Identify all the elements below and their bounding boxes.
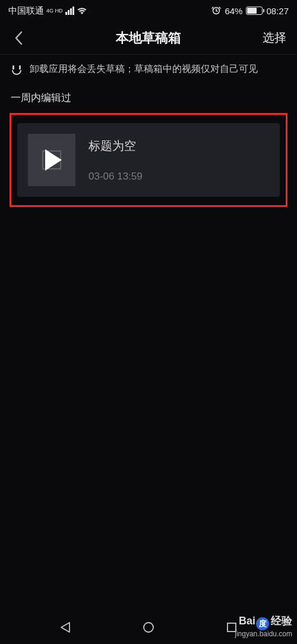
highlight-annotation: 标题为空 03-06 13:59 (10, 113, 287, 207)
play-icon (45, 149, 62, 171)
clock-time: 08:27 (266, 6, 289, 16)
draft-item[interactable]: 标题为空 03-06 13:59 (17, 123, 280, 197)
draft-thumbnail (28, 134, 75, 186)
signal-icon (65, 7, 74, 15)
page-title: 本地草稿箱 (116, 29, 181, 47)
network-badge: 4G HD (46, 8, 63, 14)
nav-home-button[interactable] (125, 621, 172, 634)
nav-back-button[interactable] (42, 621, 89, 634)
wifi-icon (77, 7, 87, 15)
status-bar: 中国联通 4G HD 64% 08:27 (0, 0, 297, 21)
smile-icon (11, 65, 23, 74)
draft-title: 标题为空 (89, 138, 143, 154)
info-banner: 卸载应用将会丢失草稿；草稿箱中的视频仅对自己可见 (0, 55, 297, 89)
watermark: Bai度 经验 jingyan.baidu.com (235, 614, 292, 638)
alarm-icon (211, 5, 221, 17)
title-bar: 本地草稿箱 选择 (0, 21, 297, 55)
watermark-brand-prefix: Bai (239, 615, 255, 627)
section-header: 一周内编辑过 (0, 89, 297, 113)
draft-date: 03-06 13:59 (89, 171, 143, 183)
back-button[interactable] (11, 30, 26, 46)
battery-icon (246, 7, 263, 15)
battery-percent: 64% (225, 6, 242, 16)
watermark-paw-icon: 度 (256, 617, 269, 630)
draft-info: 标题为空 03-06 13:59 (89, 138, 143, 183)
info-text: 卸载应用将会丢失草稿；草稿箱中的视频仅对自己可见 (30, 63, 258, 76)
select-button[interactable]: 选择 (263, 30, 286, 46)
watermark-brand-suffix: 经验 (271, 614, 292, 628)
status-right: 64% 08:27 (211, 5, 289, 17)
svg-point-1 (144, 623, 153, 632)
status-left: 中国联通 4G HD (8, 5, 87, 17)
watermark-url: jingyan.baidu.com (235, 630, 292, 638)
carrier-label: 中国联通 (8, 5, 44, 17)
